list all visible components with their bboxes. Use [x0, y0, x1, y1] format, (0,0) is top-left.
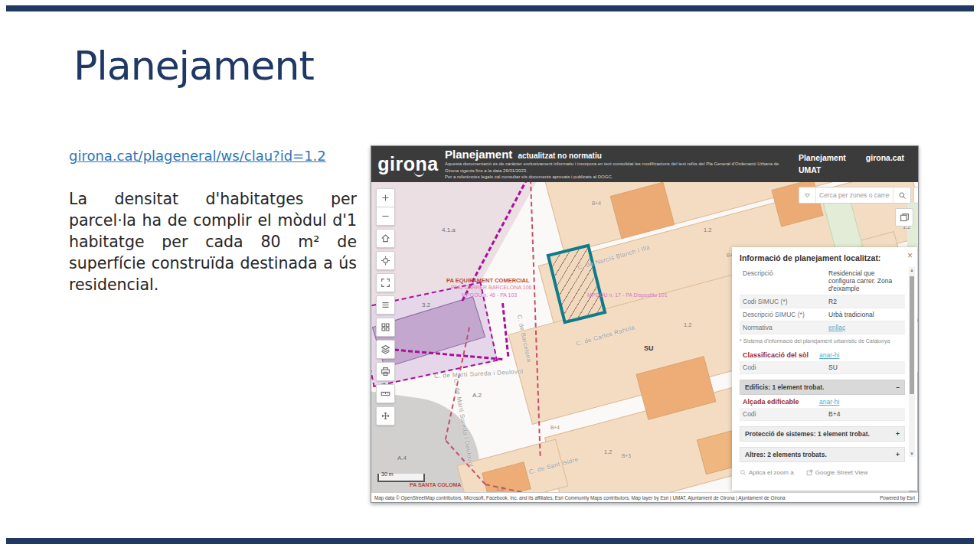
altres-section-header[interactable]: Altres: 2 elements trobats. +: [740, 447, 905, 462]
pa-comercial-label: PA EQUIPAMENT COMERCIAL: [446, 277, 530, 284]
header-right-site[interactable]: girona.cat: [866, 153, 904, 162]
alcada-link[interactable]: anar-hi: [819, 398, 839, 406]
expand-icon[interactable]: +: [896, 430, 900, 438]
scale-label: 30 m: [381, 471, 394, 477]
planejament-app-screenshot: girona Planejament actualitzat no normat…: [371, 145, 919, 503]
girona-url-link[interactable]: girona.cat/plageneral/ws/clau?id=1.2: [69, 148, 326, 164]
fullscreen-icon: [381, 278, 390, 288]
home-icon: [381, 233, 390, 243]
row-label: Codi SIMUC (*): [740, 295, 825, 308]
zoom-out-button[interactable]: [376, 207, 395, 226]
info-panel-title: Informació de planejament localitzat:: [740, 253, 905, 262]
panel-row: Codi SU: [740, 361, 905, 374]
layers-button[interactable]: [376, 340, 395, 359]
scroll-up-icon[interactable]: ▲: [909, 268, 915, 272]
legend-button[interactable]: [376, 295, 395, 315]
pan-icon: [381, 411, 390, 421]
row-value: SU: [825, 361, 905, 373]
proteccio-header-label: Protecció de sistemes: 1 element trobat.: [745, 430, 870, 438]
close-icon[interactable]: ×: [907, 251, 913, 260]
street-view-action[interactable]: Google Street View: [806, 469, 868, 476]
powered-by-esri: Powered by Esri: [880, 495, 915, 500]
panel-actions: Aplica el zoom a Google Street View: [740, 469, 905, 476]
mpgou17-label: MPGOU n. 17 - PA Dispositiu 101: [587, 292, 668, 298]
apply-zoom-action[interactable]: Aplica el zoom a: [740, 469, 794, 476]
proteccio-section-header[interactable]: Protecció de sistemes: 1 element trobat.…: [740, 426, 905, 442]
search-submit-button[interactable]: [893, 187, 910, 203]
zone-label: A.2: [472, 392, 482, 399]
height-code-label: B+3: [622, 453, 631, 458]
locate-icon: [381, 256, 390, 266]
scrollbar-thumb[interactable]: [910, 276, 914, 394]
collapse-icon[interactable]: –: [896, 383, 900, 391]
row-value: Residencial que configura carrer. Zona d…: [825, 267, 905, 295]
attribution-text: Map data © OpenStreetMap contributors, M…: [374, 495, 786, 500]
app-header: girona Planejament actualitzat no normat…: [371, 146, 918, 182]
street-view-label: Google Street View: [815, 469, 868, 476]
panel-row: Codi SIMUC (*) R2: [740, 295, 905, 308]
search-filter-dropdown[interactable]: [799, 187, 816, 203]
search-expand-button[interactable]: »: [913, 187, 918, 204]
altres-header-label: Altres: 2 elements trobats.: [745, 451, 827, 458]
plus-icon: [381, 193, 390, 203]
home-button[interactable]: [376, 229, 395, 248]
map-toolbar: [376, 188, 395, 425]
basemap-gallery-button[interactable]: [376, 318, 395, 337]
row-label: Codi: [740, 361, 825, 373]
edificis-section-header[interactable]: Edificis: 1 element trobat. –: [740, 380, 905, 395]
search-input[interactable]: [816, 191, 893, 199]
app-title: Planejament: [445, 148, 512, 161]
girona-logo-text: girona: [377, 153, 438, 174]
pa-santa-coloma-label: PA SANTA COLOMA: [410, 482, 461, 487]
external-link-icon: [806, 469, 813, 476]
app-disclaimer-line1: Aquesta documentació és de caràcter excl…: [445, 161, 788, 174]
info-panel: Informació de planejament localitzat: × …: [732, 247, 917, 491]
parcel-code-label: 1.2: [704, 227, 711, 233]
header-right-title: Planejament: [799, 152, 846, 165]
zoom-in-button[interactable]: [376, 188, 395, 207]
app-subtitle: actualitzat no normatiu: [518, 152, 601, 160]
map-attribution: Map data © OpenStreetMap contributors, M…: [371, 492, 918, 502]
parcel-code-label: 1.2: [604, 448, 612, 455]
row-label: Descripció SIMUC (*): [740, 308, 825, 321]
body-paragraph: La densitat d'habitatges per parcel·la h…: [69, 188, 357, 295]
normativa-link[interactable]: enllaç: [825, 321, 905, 334]
expand-icon[interactable]: +: [896, 451, 900, 458]
print-button[interactable]: [376, 362, 395, 381]
search-icon: [898, 191, 906, 200]
panel-scrollbar[interactable]: ▲ ▼: [909, 267, 915, 457]
header-right-unit: UMAT: [799, 165, 846, 177]
panel-row: Descripció SIMUC (*) Urbà tradicional: [740, 308, 905, 321]
zone-label: 3.2: [422, 302, 430, 308]
overlapping-squares-icon: [900, 213, 910, 223]
app-header-center: Planejament actualitzat no normatiu Aque…: [445, 148, 794, 181]
row-label: Codi: [740, 408, 825, 420]
row-value: B+4: [825, 408, 905, 420]
app-header-right: Planejament UMAT girona.cat: [794, 152, 918, 177]
parcel-code-label: 1.2: [684, 321, 691, 328]
measure-button[interactable]: [376, 384, 395, 403]
pmu-label: PMU CARRER BARCELONA 106: [451, 285, 531, 290]
measure-icon: [381, 389, 390, 399]
pan-button[interactable]: [376, 406, 395, 425]
classificacio-link[interactable]: anar-hi: [819, 351, 839, 359]
edificis-header-label: Edificis: 1 element trobat.: [745, 383, 824, 391]
grid-icon: [381, 322, 390, 332]
locate-button[interactable]: [376, 251, 395, 270]
slide-top-accent-bar: [6, 5, 974, 11]
apply-zoom-label: Aplica el zoom a: [749, 469, 794, 476]
mpgou46-label: MPGOU n. 46 - PA 103: [462, 292, 517, 298]
minus-icon: [381, 211, 390, 221]
slide: Planejament girona.cat/plageneral/ws/cla…: [0, 0, 980, 551]
scroll-down-icon[interactable]: ▼: [909, 452, 915, 456]
zoom-icon: [740, 469, 746, 476]
alcada-section-header: Alçada edificable anar-hi: [740, 395, 905, 408]
app-disclaimer-line2: Per a referències legals cal consultar e…: [445, 174, 788, 181]
map-canvas[interactable]: 4.1.a 3.2 PA EQUIPAMENT COMERCIAL PMU CA…: [371, 182, 918, 493]
panel-row: Descripció Residencial que configura car…: [740, 267, 905, 295]
fullscreen-button[interactable]: [376, 273, 395, 292]
parcel-code-label: 1.2: [496, 485, 504, 492]
girona-logo-smile: [414, 171, 424, 177]
su-label: SU: [644, 344, 654, 352]
basemap-toggle-button[interactable]: [895, 208, 913, 227]
